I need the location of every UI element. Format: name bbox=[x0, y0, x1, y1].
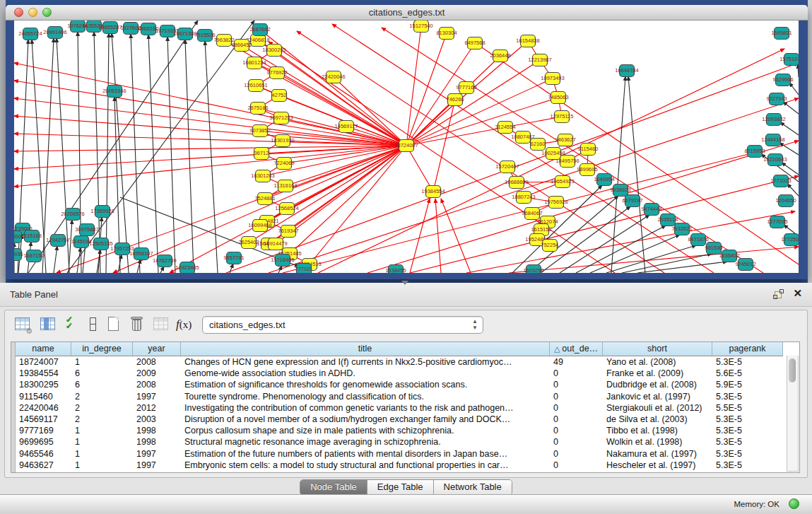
network-edge[interactable] bbox=[590, 235, 680, 273]
table-cell-name[interactable]: 14569117 bbox=[16, 414, 71, 425]
network-edge[interactable] bbox=[94, 32, 100, 273]
table-cell-year[interactable]: 1997 bbox=[133, 460, 181, 471]
table-cell-pagerank[interactable]: 5.3E-5 bbox=[712, 425, 783, 436]
table-cell-name[interactable]: 9699695 bbox=[16, 436, 71, 448]
table-cell-in_degree[interactable]: 2 bbox=[71, 391, 133, 402]
float-panel-icon[interactable] bbox=[773, 289, 784, 299]
column-header-pagerank[interactable]: pagerank bbox=[712, 342, 783, 356]
table-row[interactable]: 969969511998Structural magnetic resonanc… bbox=[16, 436, 783, 448]
table-cell-name[interactable]: 18300295 bbox=[16, 379, 71, 390]
table-cell-year[interactable]: 2009 bbox=[133, 368, 181, 379]
table-cell-name[interactable]: 9777169 bbox=[16, 425, 71, 436]
table-cell-name[interactable]: 18724007 bbox=[16, 356, 71, 368]
table-row[interactable]: 1938455462009Genome-wide association stu… bbox=[16, 368, 783, 379]
table-cell-title[interactable]: Estimation of the future numbers of pati… bbox=[181, 448, 550, 460]
table-cell-out_degree[interactable]: 0 bbox=[550, 368, 603, 379]
table-cell-pagerank[interactable]: 5.5E-5 bbox=[712, 402, 783, 414]
table-cell-out_degree[interactable]: 0 bbox=[550, 436, 603, 448]
function-builder-button[interactable]: f(x) bbox=[176, 317, 194, 336]
memory-ok-indicator[interactable] bbox=[789, 498, 799, 509]
table-cell-year[interactable]: 2008 bbox=[133, 356, 181, 368]
table-cell-year[interactable]: 2008 bbox=[133, 379, 181, 390]
column-header-year[interactable]: year bbox=[133, 342, 181, 356]
network-edge[interactable] bbox=[185, 40, 194, 273]
table-cell-name[interactable]: 9115460 bbox=[16, 391, 71, 402]
table-cell-title[interactable]: Changes of HCN gene expression and I(f) … bbox=[181, 356, 550, 368]
table-cell-year[interactable]: 2003 bbox=[133, 414, 181, 425]
network-edge[interactable] bbox=[782, 163, 799, 175]
table-cell-short[interactable]: de Silva et al. (2003) bbox=[603, 414, 712, 425]
table-row[interactable]: 946554611997Estimation of the future num… bbox=[16, 448, 783, 460]
network-edge[interactable] bbox=[283, 153, 751, 273]
tab-network-table[interactable]: Network Table bbox=[434, 480, 512, 495]
table-cell-title[interactable]: Genome-wide association studies in ADHD. bbox=[181, 368, 550, 379]
network-edge[interactable] bbox=[435, 199, 441, 273]
table-cell-short[interactable]: Stergiakouli et al. (2012) bbox=[603, 402, 712, 414]
network-edge[interactable] bbox=[167, 37, 175, 273]
network-edge[interactable] bbox=[69, 220, 72, 273]
table-cell-pagerank[interactable]: 5.3E-5 bbox=[712, 391, 783, 402]
table-cell-pagerank[interactable]: 5.3E-5 bbox=[712, 460, 783, 471]
citation-network-graph[interactable]: 1872400716154838122139871097349374850631… bbox=[14, 21, 799, 273]
table-row[interactable]: 2242004622012Investigating the contribut… bbox=[16, 402, 783, 414]
table-cell-short[interactable]: Jankovic et al. (1997) bbox=[603, 391, 712, 402]
network-edge[interactable] bbox=[406, 26, 421, 146]
tab-node-table[interactable]: Node Table bbox=[300, 480, 367, 495]
network-edge[interactable] bbox=[112, 33, 129, 273]
table-cell-short[interactable]: Yano et al. (2008) bbox=[603, 356, 712, 368]
table-cell-out_degree[interactable]: 0 bbox=[550, 402, 603, 414]
network-edge[interactable] bbox=[406, 146, 433, 192]
network-edge[interactable] bbox=[297, 31, 664, 273]
table-cell-in_degree[interactable]: 1 bbox=[71, 425, 133, 436]
network-edge[interactable] bbox=[160, 267, 164, 273]
network-edge[interactable] bbox=[787, 184, 799, 196]
table-cell-out_degree[interactable]: 0 bbox=[550, 414, 603, 425]
table-cell-pagerank[interactable]: 5.9E-5 bbox=[712, 379, 783, 390]
close-panel-icon[interactable]: ✕ bbox=[793, 287, 802, 300]
splitter-handle-icon[interactable] bbox=[401, 281, 408, 285]
table-cell-pagerank[interactable]: 5.3E-5 bbox=[712, 356, 783, 368]
network-edge[interactable] bbox=[622, 254, 712, 273]
table-cell-year[interactable]: 2012 bbox=[133, 402, 181, 414]
table-cell-pagerank[interactable]: 5.3E-5 bbox=[712, 436, 783, 448]
table-cell-out_degree[interactable]: 0 bbox=[550, 391, 603, 402]
table-row[interactable]: 946362711997Embryonic stem cells: a mode… bbox=[16, 460, 783, 471]
table-cell-in_degree[interactable]: 2 bbox=[71, 402, 133, 414]
network-edge[interactable] bbox=[779, 143, 799, 155]
table-cell-title[interactable]: Estimation of significance thresholds fo… bbox=[181, 379, 550, 390]
select-columns-button[interactable] bbox=[39, 315, 57, 334]
unselect-columns-button[interactable] bbox=[84, 315, 102, 334]
table-settings-button[interactable]: ⚙ bbox=[13, 315, 32, 334]
table-cell-title[interactable]: Disruption of a novel member of a sodium… bbox=[181, 414, 550, 425]
table-cell-name[interactable]: 22420046 bbox=[16, 402, 71, 414]
table-row[interactable]: 977716911998Corpus callosum shape and si… bbox=[16, 425, 783, 436]
network-edge[interactable] bbox=[230, 264, 233, 273]
network-edge[interactable] bbox=[637, 262, 727, 273]
network-edge[interactable] bbox=[131, 34, 140, 273]
table-cell-short[interactable]: Dudbridge et al. (2008) bbox=[603, 379, 712, 390]
table-cell-year[interactable]: 1997 bbox=[133, 448, 181, 460]
network-edge[interactable] bbox=[789, 83, 799, 95]
table-row[interactable]: 1830029562008Estimation of significance … bbox=[16, 379, 783, 390]
table-cell-title[interactable]: Embryonic stem cells: a model to study s… bbox=[181, 460, 550, 471]
table-cell-in_degree[interactable]: 1 bbox=[71, 356, 133, 368]
table-cell-title[interactable]: Corpus callosum shape and size in male p… bbox=[181, 425, 550, 436]
select-all-columns-button[interactable]: ✓✓ bbox=[66, 317, 84, 335]
table-cell-pagerank[interactable]: 5.3E-5 bbox=[712, 414, 783, 425]
network-edge[interactable] bbox=[576, 226, 666, 273]
table-cell-name[interactable]: 9463627 bbox=[16, 460, 71, 471]
table-cell-in_degree[interactable]: 1 bbox=[71, 448, 133, 460]
table-cell-in_degree[interactable]: 1 bbox=[71, 436, 133, 448]
table-cell-out_degree[interactable]: 0 bbox=[550, 448, 603, 460]
table-cell-title[interactable]: Tourette syndrome. Phenomenology and cla… bbox=[181, 391, 550, 402]
table-cell-name[interactable]: 19384554 bbox=[16, 368, 71, 379]
table-cell-year[interactable]: 1998 bbox=[133, 436, 181, 448]
table-cell-out_degree[interactable]: 0 bbox=[550, 425, 603, 436]
network-edge[interactable] bbox=[14, 146, 406, 187]
table-row[interactable]: 1872400712008Changes of HCN gene express… bbox=[16, 356, 783, 368]
table-cell-out_degree[interactable]: 49 bbox=[550, 356, 603, 368]
table-cell-title[interactable]: Structural magnetic resonance image aver… bbox=[181, 436, 550, 448]
table-cell-pagerank[interactable]: 5.6E-5 bbox=[712, 368, 783, 379]
table-cell-short[interactable]: Franke et al. (2009) bbox=[603, 368, 712, 379]
network-edge[interactable] bbox=[148, 35, 158, 273]
